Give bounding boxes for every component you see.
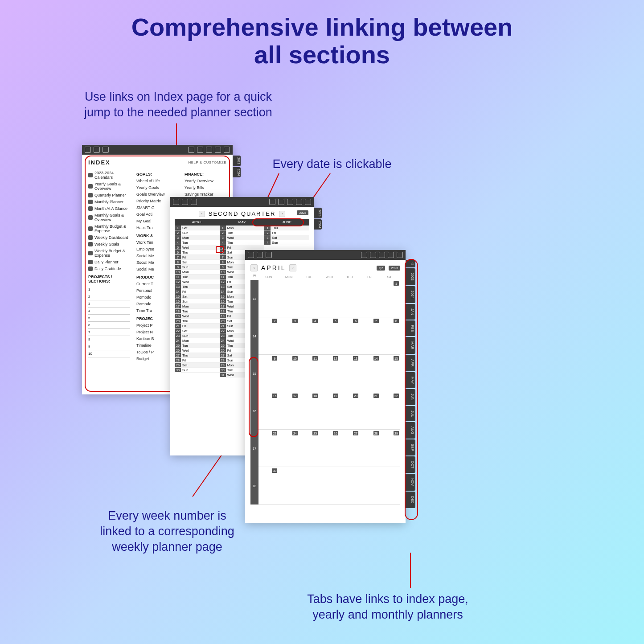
quarter-date-row[interactable]: 3Wed: [220, 235, 265, 240]
index-link[interactable]: Monthly Planner: [88, 198, 130, 205]
calendar-cell[interactable]: 18: [299, 392, 319, 430]
calendar-cell[interactable]: 6: [340, 317, 360, 355]
next-button[interactable]: ›: [289, 264, 296, 271]
week-number[interactable]: 15: [250, 355, 258, 392]
help-link[interactable]: HELP & CUSTOMIZE: [189, 160, 227, 164]
m-icon[interactable]: [206, 147, 212, 153]
calendar-icon[interactable]: [257, 252, 263, 258]
y-icon[interactable]: [269, 199, 275, 205]
side-tab[interactable]: JUN: [406, 389, 415, 405]
project-line[interactable]: 8: [88, 336, 130, 343]
quarter-date-row[interactable]: 1Sat: [175, 226, 220, 230]
side-tab[interactable]: JUL: [406, 406, 415, 421]
check-icon[interactable]: [191, 199, 197, 205]
quarter-date-row[interactable]: 10Mon: [175, 270, 220, 275]
month-tab-june[interactable]: JUNE: [264, 219, 309, 226]
year-badge[interactable]: 2023: [389, 266, 400, 271]
calendar-cell[interactable]: 23: [258, 430, 279, 467]
calendar-cell[interactable]: 14: [360, 355, 380, 392]
index-link[interactable]: Weekly Budget & Expense: [88, 247, 130, 258]
week-number[interactable]: 14: [250, 317, 258, 355]
quarter-date-row[interactable]: 3Sat: [264, 235, 309, 240]
quarter-date-row[interactable]: 21Fri: [175, 324, 220, 328]
side-tab[interactable]: 2024: [314, 219, 322, 230]
index-link[interactable]: Yearly Goals & Overview: [88, 180, 130, 192]
home-icon[interactable]: [248, 252, 254, 258]
calendar-cell[interactable]: [360, 467, 380, 505]
calendar-cell[interactable]: [299, 280, 319, 317]
index-link[interactable]: Month At A Glance: [88, 205, 130, 212]
prev-button[interactable]: ‹: [250, 264, 258, 271]
side-tab[interactable]: FEB: [406, 320, 415, 336]
index-link[interactable]: Monthly Goals & Overview: [88, 212, 130, 223]
check-icon[interactable]: [266, 252, 272, 258]
d-icon[interactable]: [305, 199, 311, 205]
calendar-cell[interactable]: 12: [319, 355, 339, 392]
side-tab[interactable]: SEP: [406, 439, 415, 455]
calendar-cell[interactable]: [319, 467, 339, 505]
project-line[interactable]: 1: [88, 286, 130, 293]
quarter-date-row[interactable]: 20Thu: [175, 319, 220, 324]
calendar-cell[interactable]: 1: [380, 280, 400, 317]
calendar-cell[interactable]: [258, 280, 279, 317]
w-icon[interactable]: [215, 147, 221, 153]
quarter-date-row[interactable]: 17Mon: [175, 304, 220, 309]
quarter-date-row[interactable]: 23Sun: [175, 333, 220, 338]
calendar-cell[interactable]: 10: [279, 355, 299, 392]
prev-button[interactable]: ‹: [199, 211, 205, 217]
side-tab[interactable]: APR: [406, 355, 415, 371]
y-icon[interactable]: [361, 252, 367, 258]
calendar-cell[interactable]: [380, 467, 400, 505]
project-line[interactable]: 7: [88, 329, 130, 336]
quarter-date-row[interactable]: 26Wed: [175, 348, 220, 353]
quarter-date-row[interactable]: 2Sun: [175, 230, 220, 235]
quarter-date-row[interactable]: 29Sat: [175, 363, 220, 368]
week-number[interactable]: 13: [250, 280, 258, 317]
calendar-cell[interactable]: 11: [299, 355, 319, 392]
quarter-date-row[interactable]: 3Mon: [175, 235, 220, 240]
calendar-cell[interactable]: 8: [380, 317, 400, 355]
w-icon[interactable]: [296, 199, 302, 205]
calendar-cell[interactable]: 9: [258, 355, 279, 392]
project-line[interactable]: 10: [88, 350, 130, 357]
quarter-date-row[interactable]: 9Sun: [175, 265, 220, 270]
q-icon[interactable]: [370, 252, 376, 258]
project-line[interactable]: 9: [88, 343, 130, 350]
calendar-cell[interactable]: 17: [279, 392, 299, 430]
quarter-date-row[interactable]: 2Tue: [220, 230, 265, 235]
d-icon[interactable]: [224, 147, 230, 153]
quarter-date-row[interactable]: 30Sun: [175, 368, 220, 373]
quarter-date-row[interactable]: 4Tue: [175, 240, 220, 245]
calendar-cell[interactable]: 25: [299, 430, 319, 467]
calendar-cell[interactable]: 24: [279, 430, 299, 467]
side-tab[interactable]: 2023: [406, 268, 415, 285]
calendar-cell[interactable]: 2: [258, 317, 279, 355]
index-link[interactable]: Yearly Overview: [185, 177, 226, 184]
index-link[interactable]: Yearly Goals: [136, 184, 178, 191]
home-icon[interactable]: [85, 147, 91, 153]
side-tab[interactable]: ⌂: [406, 260, 415, 267]
project-line[interactable]: 6: [88, 322, 130, 329]
quarter-date-row[interactable]: 4Sun: [264, 240, 309, 245]
project-line[interactable]: 3: [88, 300, 130, 308]
calendar-cell[interactable]: 28: [360, 430, 380, 467]
side-tab[interactable]: MAY: [406, 372, 415, 389]
quarter-date-row[interactable]: 7Fri: [175, 255, 220, 260]
calendar-cell[interactable]: 29: [380, 430, 400, 467]
quarter-date-row[interactable]: 8Sat: [175, 260, 220, 265]
quarter-date-row[interactable]: 13Thu: [175, 284, 220, 289]
index-link[interactable]: Wheel of Life: [136, 177, 178, 184]
week-number[interactable]: 18: [250, 467, 258, 505]
side-tab[interactable]: OCT: [406, 456, 415, 473]
calendar-cell[interactable]: 15: [380, 355, 400, 392]
next-button[interactable]: ›: [279, 211, 285, 217]
calendar-cell[interactable]: [340, 280, 360, 317]
side-tab[interactable]: 2024: [233, 167, 241, 178]
quarter-date-row[interactable]: 28Fri: [175, 358, 220, 363]
side-tab[interactable]: NOV: [406, 474, 415, 490]
quarter-date-row[interactable]: 4Thu: [220, 240, 265, 245]
calendar-cell[interactable]: 13: [340, 355, 360, 392]
side-tab[interactable]: 2024: [406, 286, 415, 303]
calendar-cell[interactable]: 4: [299, 317, 319, 355]
index-link[interactable]: Daily Planner: [88, 258, 130, 265]
